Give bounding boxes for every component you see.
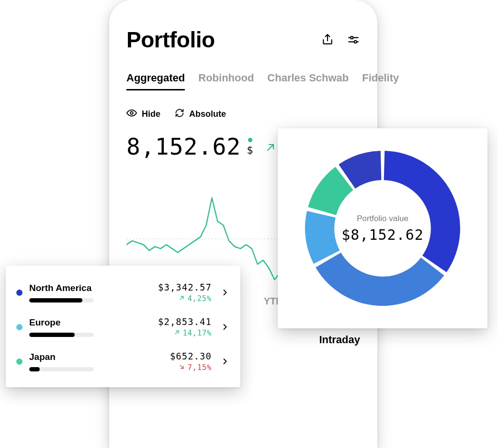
svg-point-5 [130, 112, 133, 114]
share-icon[interactable] [321, 33, 334, 46]
region-change-value: 7,15% [188, 363, 212, 372]
refresh-icon [175, 108, 184, 120]
region-change: 7,15% [170, 363, 212, 372]
region-change: 14,17% [158, 329, 212, 337]
donut-card: Portfolio value $8,152.62 [278, 128, 487, 328]
region-row[interactable]: Europe$2,853.4114,17% [16, 314, 230, 348]
region-main: Europe [29, 317, 151, 337]
value-controls: Hide Absolute [126, 108, 360, 121]
region-main: North America [29, 283, 151, 302]
tab-intraday[interactable]: Intraday [319, 334, 360, 346]
currency-indicator: $ [247, 138, 253, 156]
svg-line-10 [180, 365, 183, 369]
region-amount: $3,342.57 [158, 282, 212, 292]
region-row[interactable]: Japan$652.307,15% [16, 348, 230, 374]
region-values: $3,342.574,25% [158, 282, 212, 303]
regions-card: North America$3,342.574,25%Europe$2,853.… [6, 266, 240, 387]
hide-label: Hide [142, 109, 160, 119]
region-change: 4,25% [158, 294, 212, 303]
region-name: Japan [29, 352, 163, 362]
status-dot [248, 138, 252, 142]
region-values: $2,853.4114,17% [158, 316, 212, 337]
chevron-right-icon [220, 357, 230, 366]
settings-sliders-icon[interactable] [347, 33, 360, 46]
region-bar [29, 367, 94, 371]
chevron-right-icon [220, 322, 230, 332]
donut-center-value: $8,152.62 [341, 226, 424, 243]
region-color-dot [16, 324, 23, 330]
region-row[interactable]: North America$3,342.574,25% [16, 279, 230, 314]
region-bar [29, 333, 94, 337]
toggle-hide[interactable]: Hide [126, 108, 160, 121]
chevron-right-icon [220, 288, 230, 297]
region-main: Japan [29, 352, 163, 371]
arrow-down-right-icon [179, 363, 185, 372]
region-values: $652.307,15% [170, 351, 212, 372]
tab-charles-schwab[interactable]: Charles Schwab [267, 72, 349, 90]
region-bar-fill [29, 298, 82, 302]
header-actions [321, 33, 360, 46]
mode-label: Absolute [189, 109, 226, 119]
donut-center: Portfolio value $8,152.62 [296, 142, 469, 314]
region-color-dot [16, 290, 23, 296]
region-amount: $2,853.41 [158, 316, 212, 327]
region-amount: $652.30 [170, 351, 212, 361]
tab-robinhood[interactable]: Robinhood [198, 72, 254, 90]
region-bar-fill [29, 333, 75, 337]
currency-symbol: $ [247, 144, 253, 156]
region-change-value: 14,17% [183, 329, 212, 337]
region-bar [29, 298, 94, 302]
svg-line-9 [175, 331, 179, 334]
region-color-dot [16, 358, 23, 365]
region-name: North America [29, 283, 151, 293]
arrow-up-right-icon [179, 294, 185, 303]
account-tabs: Aggregated Robinhood Charles Schwab Fide… [126, 72, 360, 90]
page-title: Portfolio [126, 27, 215, 53]
region-name: Europe [29, 317, 151, 328]
toggle-mode[interactable]: Absolute [175, 108, 226, 120]
trend-up-icon [265, 142, 276, 155]
card-header: Portfolio [126, 27, 360, 53]
eye-icon [126, 108, 137, 121]
svg-line-8 [180, 296, 183, 300]
region-change-value: 4,25% [188, 294, 212, 303]
donut-chart: Portfolio value $8,152.62 [296, 142, 469, 314]
donut-center-label: Portfolio value [357, 214, 408, 224]
svg-point-2 [351, 36, 353, 39]
portfolio-value-number: 8,152.62 [126, 133, 241, 160]
arrow-up-right-icon [174, 329, 180, 337]
tab-aggregated[interactable]: Aggregated [126, 72, 185, 90]
region-bar-fill [29, 367, 40, 371]
svg-point-4 [354, 41, 357, 43]
tab-fidelity[interactable]: Fidelity [362, 72, 399, 90]
svg-line-6 [268, 145, 273, 150]
